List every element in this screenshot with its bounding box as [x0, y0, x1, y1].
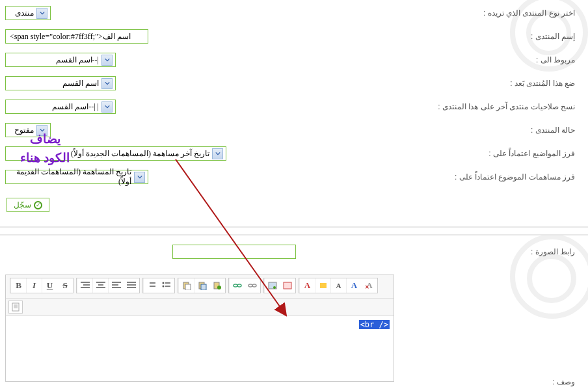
- select-value: منتدى: [15, 8, 34, 18]
- label-sort-posts: فرز مساهمات الموضوع اعتماداً على :: [403, 172, 575, 181]
- label-linked-to: مربوط الى :: [403, 55, 575, 64]
- svg-point-10: [234, 284, 237, 287]
- font-size-button[interactable]: A: [330, 278, 346, 293]
- align-left-button[interactable]: [108, 278, 124, 293]
- chevron-down-icon: [36, 125, 47, 136]
- label-image-link: رابط الصورة :: [403, 247, 575, 256]
- paste-button[interactable]: [178, 278, 194, 293]
- chevron-down-icon: [101, 55, 113, 66]
- svg-rect-16: [284, 282, 291, 289]
- divider: [0, 226, 588, 228]
- link-button[interactable]: [229, 278, 245, 293]
- remove-format-button[interactable]: A✕: [362, 278, 377, 293]
- paste-plain-button[interactable]: [209, 278, 225, 293]
- bold-button[interactable]: B: [10, 278, 26, 293]
- select-linked-to[interactable]: |--اسم القسم: [5, 53, 116, 67]
- forum-settings-form: اختر نوع المنتدى الذي تريده : منتدى إسم …: [0, 5, 588, 193]
- svg-rect-7: [201, 284, 206, 290]
- label-forum-name: إسم المنتدى :: [403, 32, 575, 41]
- submit-button[interactable]: ✓ سجّل: [7, 198, 49, 212]
- label-place-after: ضع هذا المُنتدى بَعد :: [403, 79, 575, 88]
- editor-content[interactable]: <br />: [6, 316, 394, 381]
- svg-point-12: [248, 284, 252, 287]
- select-sort-posts[interactable]: تاريخ المساهمة (المساهمات القديمة أولاً): [5, 170, 148, 184]
- svg-rect-17: [320, 283, 327, 288]
- select-copy-perms[interactable]: | |--اسم القسم: [5, 100, 116, 114]
- label-forum-state: حالة المنتدى :: [403, 126, 575, 135]
- select-value: مفتوح: [14, 126, 34, 135]
- label-description: وصف :: [552, 377, 575, 386]
- chevron-down-icon: [36, 8, 47, 19]
- unordered-list-button[interactable]: [159, 278, 174, 293]
- svg-rect-18: [12, 303, 19, 311]
- chevron-down-icon: [101, 101, 113, 113]
- label-forum-type: اختر نوع المنتدى الذي تريده :: [403, 8, 575, 18]
- label-copy-perms: نسخ صلاحيات منتدى آخر على هذا المنتدى :: [403, 102, 575, 111]
- select-value: تاريخ آخر مساهمة (المساهمات الجديدة أولا…: [7, 149, 209, 159]
- svg-point-13: [252, 284, 256, 287]
- ordered-list-button[interactable]: 12: [143, 278, 159, 293]
- source-mode-button[interactable]: [8, 301, 23, 314]
- select-place-after[interactable]: اسم القسم: [5, 76, 116, 90]
- select-value: تاريخ المساهمة (المساهمات القديمة أولاً): [7, 167, 131, 187]
- input-forum-name[interactable]: <span style="color:#7ff3ff;">اسم الف: [5, 29, 148, 44]
- paste-word-button[interactable]: [194, 278, 209, 293]
- select-value: | |--اسم القسم: [7, 102, 99, 112]
- rich-text-editor: B I U S 12 A: [5, 275, 394, 382]
- svg-rect-5: [185, 284, 191, 290]
- divider: [0, 234, 588, 235]
- check-icon: ✓: [34, 201, 42, 209]
- flash-button[interactable]: [280, 278, 295, 293]
- document-icon: [11, 302, 20, 312]
- font-family-button[interactable]: A: [346, 278, 362, 293]
- svg-point-11: [237, 284, 241, 287]
- select-forum-type[interactable]: منتدى: [5, 6, 51, 20]
- svg-point-15: [273, 286, 276, 289]
- align-center-button[interactable]: [92, 278, 108, 293]
- image-button[interactable]: [264, 278, 280, 293]
- label-sort-topics: فرز المواضيع اعتماداً على :: [403, 149, 575, 158]
- chevron-down-icon: [212, 148, 223, 159]
- svg-point-3: [163, 286, 165, 288]
- align-justify-button[interactable]: [124, 278, 139, 293]
- align-right-button[interactable]: [77, 278, 92, 293]
- selected-code: <br />: [359, 320, 390, 329]
- editor-toolbar: B I U S 12 A: [6, 275, 394, 299]
- font-color-button[interactable]: A: [299, 278, 315, 293]
- select-forum-state[interactable]: مفتوح: [5, 123, 51, 137]
- select-value: اسم القسم: [7, 79, 99, 88]
- italic-button[interactable]: I: [26, 278, 42, 293]
- select-sort-topics[interactable]: تاريخ آخر مساهمة (المساهمات الجديدة أولا…: [5, 146, 226, 161]
- unlink-button[interactable]: [245, 278, 260, 293]
- bg-color-button[interactable]: [315, 278, 330, 293]
- input-image-link[interactable]: [172, 245, 296, 259]
- chevron-down-icon: [101, 78, 113, 89]
- select-value: |--اسم القسم: [7, 55, 99, 65]
- svg-point-2: [163, 282, 165, 284]
- svg-text:2: 2: [147, 285, 148, 288]
- lower-section: رابط الصورة :: [0, 245, 588, 271]
- svg-point-9: [217, 286, 221, 289]
- underline-button[interactable]: U: [42, 278, 57, 293]
- strike-button[interactable]: S: [57, 278, 73, 293]
- chevron-down-icon: [134, 172, 145, 183]
- svg-text:1: 1: [147, 282, 148, 285]
